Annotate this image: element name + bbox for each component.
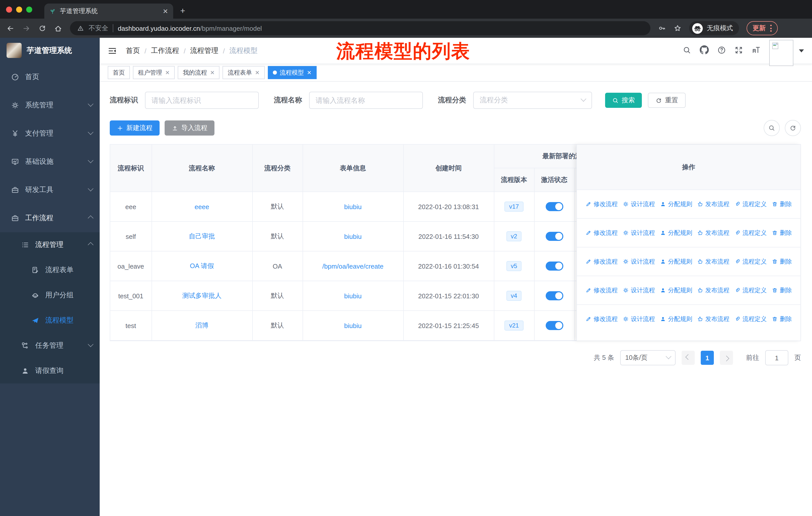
home-icon[interactable] [54,24,62,32]
forward-icon[interactable] [22,24,31,32]
action-trash-link[interactable]: 删除 [772,228,792,237]
breadcrumb-item[interactable]: 工作流程 [151,46,179,55]
sidebar-item-0[interactable]: 首页 [0,63,100,91]
close-icon[interactable]: ✕ [210,69,214,76]
reset-button[interactable]: 重置 [648,93,686,108]
key-icon[interactable] [658,24,666,32]
tag-active[interactable]: 流程模型✕ [267,66,316,79]
help-icon[interactable] [717,46,726,56]
action-edit-link[interactable]: 修改流程 [585,315,618,323]
active-toggle[interactable] [546,262,563,271]
tab-close-icon[interactable]: ✕ [163,7,168,15]
close-icon[interactable]: ✕ [255,69,260,76]
sidebar-item-active-9[interactable]: 流程模型 [0,308,100,333]
sidebar-item-7[interactable]: 流程表单 [0,257,100,283]
breadcrumb-item[interactable]: 流程管理 [190,46,219,55]
action-paperclip-link[interactable]: 流程定义 [734,315,767,323]
active-toggle[interactable] [546,321,563,330]
sidebar-item-2[interactable]: 支付管理 [0,119,100,147]
process-category-select[interactable]: 流程分类 [473,92,592,109]
create-process-button[interactable]: 新建流程 [110,120,160,136]
goto-page-input[interactable] [765,350,788,365]
process-name-input[interactable] [309,92,423,109]
sidebar-logo[interactable]: 芋道管理系统 [0,38,100,63]
github-icon[interactable] [700,45,709,56]
tag-item[interactable]: 租户管理✕ [133,66,175,79]
tag-item[interactable]: 流程表单✕ [223,66,265,79]
new-tab-button[interactable]: + [180,6,185,16]
action-trash-link[interactable]: 删除 [772,286,792,295]
action-paperclip-link[interactable]: 流程定义 [734,200,767,208]
search-button[interactable]: 搜索 [605,93,642,108]
action-edit-link[interactable]: 修改流程 [585,286,618,295]
process-name-link[interactable]: 自己审批 [189,232,215,240]
font-size-icon[interactable] [752,45,761,56]
security-label[interactable]: 不安全 [89,24,108,33]
action-gear-link[interactable]: 设计流程 [623,315,655,323]
action-gear-link[interactable]: 设计流程 [623,286,655,295]
action-edit-link[interactable]: 修改流程 [585,228,618,237]
refresh-button[interactable] [785,120,801,136]
action-user-link[interactable]: 分配规则 [660,315,692,323]
browser-update-button[interactable]: 更新 [747,21,778,35]
minimize-window-button[interactable] [16,6,22,12]
back-icon[interactable] [6,24,14,32]
bookmark-star-icon[interactable] [673,24,682,32]
active-toggle[interactable] [546,202,563,211]
tag-item[interactable]: 我的流程✕ [178,66,220,79]
form-info-link[interactable]: biubiu [344,233,361,240]
sidebar-item-11[interactable]: 请假查询 [0,358,100,383]
action-trash-link[interactable]: 删除 [772,200,792,208]
user-avatar[interactable] [769,39,793,66]
action-paperclip-link[interactable]: 流程定义 [734,257,767,266]
search-icon[interactable] [683,46,691,56]
form-info-link[interactable]: biubiu [344,292,361,300]
close-window-button[interactable] [6,6,12,12]
action-gear-link[interactable]: 设计流程 [623,257,655,266]
avatar-caret-down-icon[interactable] [799,49,804,52]
form-info-link[interactable]: biubiu [344,322,361,329]
action-thumbs-up-link[interactable]: 发布流程 [697,200,729,208]
current-page-button[interactable]: 1 [701,351,714,365]
action-thumbs-up-link[interactable]: 发布流程 [697,228,729,237]
action-edit-link[interactable]: 修改流程 [585,257,618,266]
sidebar-item-10[interactable]: 任务管理 [0,333,100,358]
sidebar-item-8[interactable]: 用户分组 [0,283,100,308]
action-user-link[interactable]: 分配规则 [660,200,692,208]
sidebar-collapse-icon[interactable] [108,46,117,55]
action-user-link[interactable]: 分配规则 [660,228,692,237]
action-thumbs-up-link[interactable]: 发布流程 [697,257,729,266]
next-page-button[interactable] [720,351,733,365]
process-key-input[interactable] [145,92,259,109]
browser-menu-icon[interactable] [770,25,772,32]
address-bar[interactable]: 不安全 dashboard.yudao.iocoder.cn/bpm/manag… [70,21,650,35]
close-icon[interactable]: ✕ [165,69,170,76]
close-icon[interactable]: ✕ [307,69,311,76]
process-name-link[interactable]: OA 请假 [190,262,214,270]
version-badge[interactable]: v2 [506,231,522,241]
sidebar-item-3[interactable]: 基础设施 [0,147,100,176]
process-name-link[interactable]: 滔博 [195,322,208,329]
version-badge[interactable]: v5 [506,261,522,271]
action-trash-link[interactable]: 删除 [772,315,792,323]
action-paperclip-link[interactable]: 流程定义 [734,286,767,295]
version-badge[interactable]: v4 [506,291,522,301]
sidebar-item-4[interactable]: 研发工具 [0,176,100,204]
sidebar-item-6[interactable]: 流程管理 [0,232,100,257]
prev-page-button[interactable] [682,351,695,365]
action-trash-link[interactable]: 删除 [772,257,792,266]
action-gear-link[interactable]: 设计流程 [623,200,655,208]
process-name-link[interactable]: eeee [195,203,209,210]
version-badge[interactable]: v17 [505,201,524,212]
form-info-link[interactable]: /bpm/oa/leave/create [322,262,384,270]
import-process-button[interactable]: 导入流程 [165,120,214,136]
breadcrumb-item[interactable]: 首页 [126,46,140,55]
sidebar-item-1[interactable]: 系统管理 [0,91,100,119]
action-paperclip-link[interactable]: 流程定义 [734,228,767,237]
action-user-link[interactable]: 分配规则 [660,257,692,266]
action-thumbs-up-link[interactable]: 发布流程 [697,286,729,295]
active-toggle[interactable] [546,291,563,300]
version-badge[interactable]: v21 [505,321,524,331]
process-name-link[interactable]: 测试多审批人 [182,292,222,299]
sidebar-item-5[interactable]: 工作流程 [0,204,100,232]
